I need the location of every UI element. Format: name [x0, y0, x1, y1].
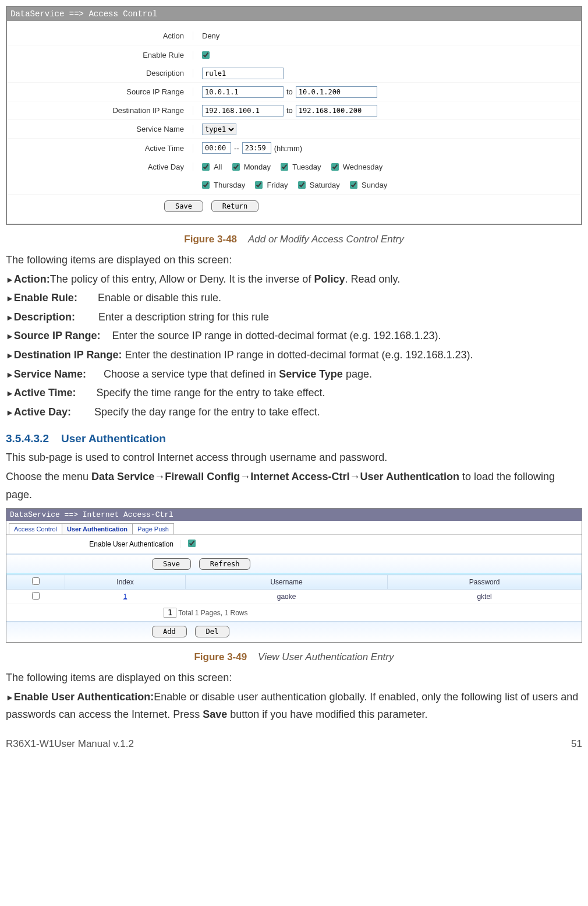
col-username: Username	[185, 575, 387, 590]
window-titlebar: DataService ==> Access Control	[7, 7, 581, 21]
day-sun-checkbox[interactable]	[350, 181, 357, 189]
save-button[interactable]: Save	[164, 200, 203, 212]
time-to-input[interactable]	[242, 142, 271, 154]
del-button[interactable]: Del	[195, 626, 230, 637]
list-item: ►Action:The policy of this entry, Allow …	[6, 270, 582, 288]
enable-user-auth-label: Enable User Authentication	[6, 540, 181, 548]
description-label: Description	[7, 69, 193, 77]
figure-title: Add or Modify Access Control Entry	[248, 234, 404, 245]
to-label: to	[286, 87, 293, 96]
row-index[interactable]: 1	[65, 590, 186, 604]
description-input[interactable]	[202, 68, 284, 79]
add-button[interactable]: Add	[152, 626, 187, 637]
day-fri-label: Friday	[267, 181, 288, 189]
enable-rule-checkbox[interactable]	[202, 51, 210, 59]
paragraph: Choose the menu Data Service→Firewall Co…	[6, 468, 582, 503]
time-from-input[interactable]	[202, 142, 231, 154]
paging-text: Total 1 Pages, 1 Rows	[178, 609, 247, 617]
tab-page-push[interactable]: Page Push	[132, 523, 174, 534]
figure-label: Figure 3-48	[184, 234, 237, 245]
figure-title-2: View User Authentication Entry	[258, 651, 394, 662]
time-hint: (hh:mm)	[274, 144, 302, 153]
tab-access-control[interactable]: Access Control	[9, 523, 62, 534]
dest-ip-to-input[interactable]	[296, 105, 377, 117]
dest-ip-label: Destination IP Range	[7, 106, 193, 115]
day-wed-label: Wednesday	[343, 163, 382, 171]
list-item: ►Source IP Range: Enter the source IP ra…	[6, 327, 582, 345]
tabs: Access Control User Authentication Page …	[6, 521, 582, 535]
window-titlebar-2: DataService ==> Internet Access-Ctrl	[6, 509, 582, 521]
day-sun-label: Sunday	[362, 181, 387, 189]
day-mon-label: Monday	[244, 163, 271, 171]
source-ip-from-input[interactable]	[202, 86, 284, 98]
active-day-label: Active Day	[7, 163, 193, 171]
list-item: ►Description: Enter a description string…	[6, 308, 582, 326]
save-button-2[interactable]: Save	[152, 558, 191, 570]
list-item: ►Enable Rule: Enable or disable this rul…	[6, 289, 582, 307]
page-footer: R36X1-W1User Manual v.1.2 51	[6, 738, 582, 750]
footer-page-number: 51	[571, 738, 582, 750]
table-row: 1 gaoke gktel	[7, 590, 582, 604]
intro-text-2: The following items are displayed on thi…	[6, 669, 582, 687]
select-all-checkbox[interactable]	[32, 577, 40, 585]
day-all-label: All	[214, 163, 222, 171]
section-heading: 3.5.4.3.2 User Authentication	[6, 432, 582, 445]
user-table: Index Username Password 1 gaoke gktel	[6, 574, 582, 604]
col-password: Password	[388, 575, 582, 590]
figure-caption-2: Figure 3-49 View User Authentication Ent…	[6, 651, 582, 663]
source-ip-label: Source IP Range	[7, 87, 193, 96]
action-value: Deny	[193, 31, 219, 40]
day-thu-checkbox[interactable]	[202, 181, 210, 189]
day-fri-checkbox[interactable]	[255, 181, 263, 189]
intro-text-1: The following items are displayed on thi…	[6, 251, 582, 269]
user-auth-screenshot: DataService ==> Internet Access-Ctrl Acc…	[6, 508, 582, 643]
list-item: ►Service Name: Choose a service type tha…	[6, 365, 582, 383]
dest-ip-from-input[interactable]	[202, 105, 284, 117]
day-all-checkbox[interactable]	[202, 163, 210, 171]
service-name-label: Service Name	[7, 125, 193, 133]
list-item: ►Active Time: Specify the time range for…	[6, 384, 582, 402]
page-input[interactable]	[164, 608, 176, 618]
paragraph: This sub-page is used to control Interne…	[6, 449, 582, 467]
list-item: ►Destination IP Range: Enter the destina…	[6, 346, 582, 364]
row-username: gaoke	[185, 590, 387, 604]
col-index: Index	[65, 575, 186, 590]
day-mon-checkbox[interactable]	[232, 163, 240, 171]
refresh-button[interactable]: Refresh	[199, 558, 251, 570]
day-tue-label: Tuesday	[292, 163, 321, 171]
enable-rule-label: Enable Rule	[7, 51, 193, 59]
time-separator: --	[234, 144, 239, 153]
service-name-select[interactable]: type1	[202, 124, 236, 135]
to-label-2: to	[286, 106, 293, 115]
day-sat-checkbox[interactable]	[298, 181, 306, 189]
figure-caption-1: Figure 3-48 Add or Modify Access Control…	[6, 234, 582, 245]
paging-info: Total 1 Pages, 1 Rows	[6, 604, 582, 621]
row-password: gktel	[388, 590, 582, 604]
enable-user-auth-checkbox[interactable]	[188, 540, 196, 547]
figure-label-2: Figure 3-49	[194, 651, 247, 662]
list-item: ►Enable User Authentication:Enable or di…	[6, 688, 582, 724]
access-control-form-screenshot: DataService ==> Access Control Action De…	[6, 6, 582, 225]
return-button[interactable]: Return	[211, 200, 258, 212]
day-tue-checkbox[interactable]	[281, 163, 288, 171]
footer-left: R36X1-W1User Manual v.1.2	[6, 738, 134, 750]
action-label: Action	[7, 31, 193, 40]
tab-user-authentication[interactable]: User Authentication	[62, 523, 133, 534]
day-thu-label: Thursday	[214, 181, 245, 189]
list-item: ►Active Day: Specify the day range for t…	[6, 403, 582, 421]
active-time-label: Active Time	[7, 144, 193, 153]
day-wed-checkbox[interactable]	[331, 163, 339, 171]
row-checkbox[interactable]	[32, 592, 40, 600]
source-ip-to-input[interactable]	[296, 86, 377, 98]
day-sat-label: Saturday	[310, 181, 340, 189]
